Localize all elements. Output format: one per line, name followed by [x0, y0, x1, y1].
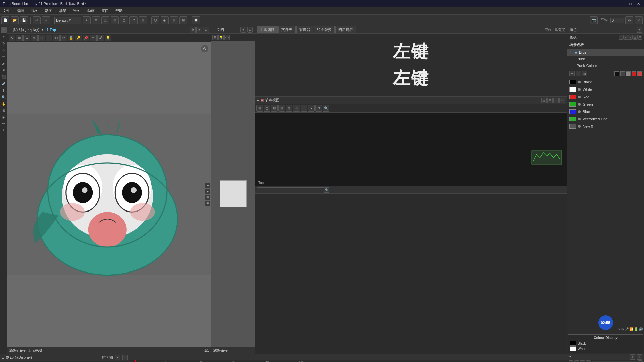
- nv-tb6[interactable]: ⊹: [293, 105, 300, 112]
- menu-animation[interactable]: 动画: [44, 8, 54, 14]
- help-btn[interactable]: ?: [635, 16, 643, 24]
- panel-menu-icon[interactable]: ≡: [9, 28, 11, 32]
- tool4[interactable]: ⊡: [111, 16, 119, 24]
- lib-grid[interactable]: ⊞: [569, 360, 573, 362]
- fill-tool[interactable]: ⬛: [1, 74, 7, 80]
- zoom-tool[interactable]: 🔍: [1, 94, 7, 100]
- cam-tb3[interactable]: ⚙: [23, 35, 30, 41]
- side-btn2[interactable]: ◈: [205, 189, 210, 194]
- tl-plus[interactable]: +: [115, 355, 120, 360]
- pan-tool[interactable]: ✋: [1, 101, 7, 107]
- drawing-close[interactable]: ×: [247, 27, 253, 33]
- camera-icon[interactable]: 📷: [590, 16, 598, 24]
- cam-tb10[interactable]: 🔑: [75, 35, 82, 41]
- tool3[interactable]: △: [101, 16, 109, 24]
- nv-tb3[interactable]: ⊡: [271, 105, 278, 112]
- contour-tool[interactable]: ⌖: [1, 34, 7, 40]
- close-btn[interactable]: ✕: [636, 2, 641, 6]
- pencil-tool[interactable]: ✏: [1, 54, 7, 60]
- node-search[interactable]: [257, 187, 324, 192]
- tl-close[interactable]: ×: [122, 355, 128, 360]
- brush-tool[interactable]: 🖌: [1, 60, 7, 66]
- cam-tb12[interactable]: ✏: [90, 35, 97, 41]
- nv-tb5[interactable]: ⊠: [286, 105, 292, 112]
- draw-tb2[interactable]: 💡: [218, 35, 224, 40]
- tl-menu[interactable]: ≡: [2, 356, 4, 360]
- scale-tool[interactable]: ⊹: [1, 47, 7, 53]
- side-btn1[interactable]: ▶: [205, 183, 210, 188]
- select-tool[interactable]: ↖: [1, 27, 7, 33]
- color-vecline[interactable]: Vectorized Line: [567, 115, 644, 123]
- nv-tb9[interactable]: ⚙: [315, 105, 322, 112]
- menu-view[interactable]: 视图: [30, 8, 40, 14]
- tab-manager[interactable]: 管理器: [296, 26, 313, 33]
- cam-tb8[interactable]: ✂: [60, 35, 67, 41]
- tool9[interactable]: ◈: [161, 16, 169, 24]
- tool1[interactable]: ✦: [83, 16, 91, 24]
- palette-punk[interactable]: Punk: [567, 56, 644, 62]
- cam-close[interactable]: ×: [203, 27, 209, 33]
- tab-tool-props[interactable]: 工具属性: [257, 26, 278, 33]
- side-btn3[interactable]: ⊟: [205, 195, 210, 200]
- rotate-tool[interactable]: ↻: [1, 40, 7, 46]
- lib-list[interactable]: ≡: [574, 360, 579, 362]
- palette-punk-colour[interactable]: Punk-Colour: [567, 62, 644, 69]
- draw-tb3[interactable]: ◯: [224, 35, 230, 40]
- undo-btn[interactable]: ↩: [33, 16, 41, 24]
- redo-btn[interactable]: ↪: [42, 16, 50, 24]
- color-white[interactable]: White: [567, 86, 644, 93]
- nv-tb10[interactable]: 🔍: [323, 105, 329, 112]
- preset-dropdown[interactable]: Default ▾: [54, 17, 81, 24]
- nv-close[interactable]: ×: [559, 98, 565, 103]
- lib-search-tb[interactable]: 🔍: [580, 360, 585, 362]
- palette-menu[interactable]: ≡: [628, 35, 633, 40]
- menu-edit[interactable]: 编辑: [15, 8, 25, 14]
- nv-up[interactable]: △: [541, 98, 547, 103]
- nv-tb2[interactable]: ◻: [264, 105, 270, 112]
- cam-tb13[interactable]: 🖌: [97, 35, 104, 41]
- color-new0[interactable]: New 0: [567, 123, 644, 130]
- menu-file[interactable]: 文件: [1, 8, 11, 14]
- tool7[interactable]: ⊞: [139, 16, 147, 24]
- eyedrop-tool[interactable]: 💉: [1, 80, 7, 86]
- lib-star[interactable]: ★: [586, 360, 591, 362]
- lib-plus[interactable]: +: [630, 354, 635, 360]
- nv-tb8[interactable]: ⊻: [308, 105, 315, 112]
- cam-tb7[interactable]: ⊟: [53, 35, 60, 41]
- avg-value[interactable]: [610, 18, 624, 23]
- drawing-menu[interactable]: ≡: [213, 28, 215, 32]
- warp-tool[interactable]: ⋮: [1, 127, 7, 133]
- swatch-dark[interactable]: [620, 71, 625, 76]
- new-btn[interactable]: 📄: [1, 16, 9, 24]
- cam-menu[interactable]: +: [196, 27, 202, 33]
- palette-minus[interactable]: −: [623, 35, 628, 40]
- open-btn[interactable]: 📂: [11, 16, 19, 24]
- color-panel-close[interactable]: ×: [637, 27, 642, 33]
- cam-tb6[interactable]: ⊡: [46, 35, 52, 41]
- camera-tab[interactable]: 1 Top: [45, 28, 58, 32]
- minimize-btn[interactable]: —: [619, 2, 625, 6]
- lib-close[interactable]: ×: [637, 354, 642, 360]
- menu-help[interactable]: 帮助: [114, 8, 124, 14]
- menu-draw[interactable]: 绘图: [72, 8, 82, 14]
- swatch-red2[interactable]: [637, 71, 642, 76]
- color-blue[interactable]: Blue: [567, 108, 644, 115]
- nv-tb7[interactable]: ⊺: [301, 105, 307, 112]
- text-tool[interactable]: T: [1, 87, 7, 93]
- node-canvas[interactable]: A_Peg_1 [Top] Peg_1 [Top]: [255, 113, 567, 186]
- save-btn[interactable]: 💾: [20, 16, 28, 24]
- settings-btn[interactable]: ⚙: [625, 16, 633, 24]
- drawing-plus[interactable]: +: [240, 27, 246, 33]
- tool5[interactable]: ◻: [120, 16, 128, 24]
- col-dup[interactable]: ⊡: [582, 71, 587, 76]
- color-green[interactable]: Green: [567, 101, 644, 108]
- eraser-tool[interactable]: ⊘: [1, 67, 7, 73]
- cam-tb14[interactable]: 💡: [105, 35, 111, 41]
- node-tool[interactable]: ◉: [1, 114, 7, 120]
- swatch-black[interactable]: [614, 71, 619, 76]
- col-add[interactable]: +: [569, 71, 575, 76]
- side-btn4[interactable]: ⊞: [205, 201, 210, 206]
- swatch-red[interactable]: [632, 71, 636, 76]
- tab-replace[interactable]: 绘图替换: [314, 26, 335, 33]
- palette-add[interactable]: +: [619, 35, 623, 40]
